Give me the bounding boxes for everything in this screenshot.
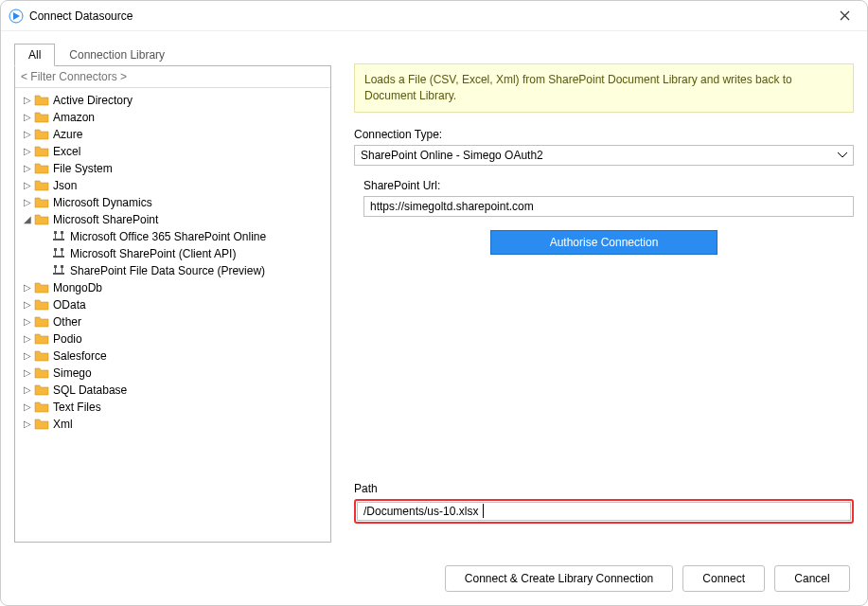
tree-folder[interactable]: ▷Xml	[15, 416, 330, 433]
sharepoint-url-label: SharePoint Url:	[363, 179, 854, 192]
svg-rect-5	[53, 239, 64, 241]
path-label: Path	[354, 482, 854, 495]
tree-item-label: Json	[53, 179, 77, 192]
folder-icon	[34, 179, 49, 192]
connect-button[interactable]: Connect	[682, 565, 765, 592]
tree-folder[interactable]: ▷Simego	[15, 365, 330, 382]
folder-icon	[34, 401, 49, 414]
tree-folder[interactable]: ▷Amazon	[15, 109, 330, 126]
tree-item-label: Microsoft Office 365 SharePoint Online	[70, 230, 266, 243]
chevron-right-icon[interactable]: ▷	[21, 96, 34, 105]
tree-item-label: OData	[53, 298, 86, 312]
tree-item-label: Azure	[53, 128, 82, 141]
close-button[interactable]	[829, 3, 859, 29]
filter-connectors-input[interactable]	[15, 66, 330, 88]
tree-item-label: SharePoint File Data Source (Preview)	[70, 264, 265, 277]
tree-item-label: Active Directory	[53, 94, 133, 107]
connector-icon	[51, 230, 66, 243]
connectors-tree[interactable]: ▷Active Directory▷Amazon▷Azure▷Excel▷Fil…	[15, 88, 330, 542]
svg-rect-7	[61, 248, 63, 251]
svg-rect-14	[62, 268, 62, 273]
tree-folder[interactable]: ▷Microsoft Dynamics	[15, 194, 330, 211]
svg-rect-1	[54, 231, 57, 234]
chevron-right-icon[interactable]: ▷	[21, 402, 34, 412]
tree-folder[interactable]: ◢Microsoft SharePoint	[15, 211, 330, 228]
chevron-right-icon[interactable]: ▷	[21, 164, 34, 173]
folder-icon	[34, 349, 49, 363]
tree-folder[interactable]: ▷Salesforce	[15, 348, 330, 365]
tree-item[interactable]: Microsoft SharePoint (Client API)	[15, 245, 330, 262]
tree-item[interactable]: SharePoint File Data Source (Preview)	[15, 262, 330, 279]
connector-icon	[51, 264, 66, 277]
close-icon	[840, 10, 850, 21]
connection-type-label: Connection Type:	[354, 128, 854, 141]
tree-item-label: Other	[53, 315, 81, 329]
svg-rect-3	[55, 234, 56, 239]
path-input[interactable]	[357, 502, 851, 521]
folder-icon	[34, 298, 49, 312]
tree-folder[interactable]: ▷MongoDb	[15, 279, 330, 296]
tab-bar: All Connection Library	[14, 44, 331, 66]
folder-icon	[34, 332, 49, 346]
path-input-highlight	[354, 499, 854, 524]
sharepoint-url-input[interactable]	[363, 196, 854, 217]
chevron-right-icon[interactable]: ▷	[21, 181, 34, 190]
chevron-right-icon[interactable]: ▷	[21, 147, 34, 156]
chevron-right-icon[interactable]: ▷	[21, 113, 34, 122]
tree-item-label: Microsoft Dynamics	[53, 196, 152, 209]
tree-folder[interactable]: ▷OData	[15, 296, 330, 313]
folder-icon	[34, 111, 49, 124]
svg-rect-9	[62, 251, 62, 256]
tree-folder[interactable]: ▷SQL Database	[15, 382, 330, 399]
folder-icon	[34, 94, 49, 107]
tree-item-label: Xml	[53, 418, 73, 431]
tree-item[interactable]: Microsoft Office 365 SharePoint Online	[15, 228, 330, 245]
tree-folder[interactable]: ▷Excel	[15, 143, 330, 160]
chevron-right-icon[interactable]: ▷	[21, 317, 34, 327]
svg-rect-2	[61, 231, 63, 234]
connector-icon	[51, 247, 66, 260]
authorise-connection-button[interactable]: Authorise Connection	[490, 230, 717, 255]
tree-folder[interactable]: ▷Azure	[15, 126, 330, 143]
tree-folder[interactable]: ▷Json	[15, 177, 330, 194]
svg-rect-4	[62, 234, 62, 239]
tree-folder[interactable]: ▷Other	[15, 313, 330, 330]
folder-icon	[34, 145, 49, 158]
chevron-right-icon[interactable]: ▷	[21, 419, 34, 429]
tab-connection-library[interactable]: Connection Library	[55, 44, 179, 66]
folder-icon	[34, 128, 49, 141]
cancel-button[interactable]: Cancel	[774, 565, 850, 592]
chevron-right-icon[interactable]: ▷	[21, 334, 34, 344]
svg-rect-6	[54, 248, 57, 251]
folder-icon	[34, 162, 49, 175]
tree-item-label: Microsoft SharePoint	[53, 213, 158, 226]
tree-folder[interactable]: ▷File System	[15, 160, 330, 177]
window-title: Connect Datasource	[29, 9, 133, 23]
connection-type-select[interactable]: SharePoint Online - Simego OAuth2	[354, 145, 854, 166]
folder-icon	[34, 281, 49, 294]
svg-rect-13	[55, 268, 56, 273]
chevron-right-icon[interactable]: ▷	[21, 198, 34, 207]
chevron-right-icon[interactable]: ▷	[21, 385, 34, 395]
chevron-right-icon[interactable]: ▷	[21, 130, 34, 139]
tree-item-label: Text Files	[53, 401, 101, 414]
svg-rect-10	[53, 256, 64, 258]
chevron-right-icon[interactable]: ▷	[21, 283, 34, 293]
svg-rect-11	[54, 265, 57, 268]
chevron-right-icon[interactable]: ▷	[21, 300, 34, 310]
folder-icon	[34, 366, 49, 380]
folder-icon	[34, 418, 49, 431]
tree-folder[interactable]: ▷Podio	[15, 330, 330, 348]
tree-item-label: Salesforce	[53, 349, 107, 363]
tree-folder[interactable]: ▷Active Directory	[15, 92, 330, 109]
chevron-down-icon[interactable]: ◢	[21, 215, 34, 224]
chevron-right-icon[interactable]: ▷	[21, 351, 34, 361]
connect-create-library-button[interactable]: Connect & Create Library Connection	[445, 565, 673, 592]
text-cursor	[483, 504, 484, 518]
tree-item-label: Excel	[53, 145, 80, 158]
tab-all[interactable]: All	[14, 44, 55, 66]
tree-folder[interactable]: ▷Text Files	[15, 399, 330, 416]
tree-item-label: MongoDb	[53, 281, 102, 294]
tree-item-label: Amazon	[53, 111, 95, 124]
chevron-right-icon[interactable]: ▷	[21, 368, 34, 378]
